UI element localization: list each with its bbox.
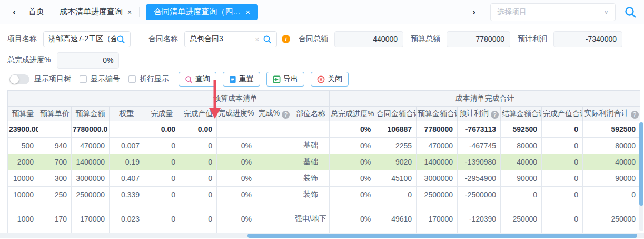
table-cell: 170000 bbox=[417, 203, 458, 235]
search-icon[interactable] bbox=[263, 35, 272, 44]
horizontal-scrollbar bbox=[0, 233, 644, 238]
show-project-tree-toggle[interactable] bbox=[9, 74, 29, 84]
tab-divider bbox=[139, 7, 140, 17]
toolbar: 显示项目树 显示编号 折行显示 查询 重置 bbox=[7, 72, 637, 87]
export-button[interactable]: 导出 bbox=[266, 72, 304, 87]
clear-icon[interactable]: × bbox=[255, 35, 259, 43]
contract-name-input[interactable]: 总包合同3 × bbox=[184, 31, 277, 47]
query-button[interactable]: 查询 bbox=[179, 72, 216, 87]
reset-button[interactable]: 重置 bbox=[223, 72, 260, 87]
table-row[interactable]: 23900.007780000.00.000.000%1068877780000… bbox=[8, 121, 640, 138]
table-cell: 强电\地下 bbox=[292, 203, 330, 235]
table-cell: 2255 bbox=[375, 138, 417, 154]
column-header: 完成%? bbox=[256, 107, 292, 121]
help-icon[interactable]: ? bbox=[631, 111, 639, 119]
tab-contract-list-progress[interactable]: 合同清单进度查询（四… × bbox=[146, 4, 258, 20]
horizontal-scrollbar-thumb[interactable] bbox=[247, 234, 637, 238]
contract-total-label: 合同总额 bbox=[299, 34, 328, 44]
table-cell: 9020 bbox=[375, 154, 417, 170]
form-row-2: 总完成进度% 0% bbox=[7, 52, 637, 69]
vertical-scrollbar-thumb[interactable] bbox=[639, 122, 643, 206]
tabs-scroll-right-icon[interactable]: › bbox=[467, 7, 481, 17]
table-cell: 250 bbox=[38, 187, 72, 203]
table-cell: 2500000 bbox=[72, 187, 110, 203]
table-cell: 0 bbox=[144, 138, 180, 154]
project-select[interactable]: 选择项目 ∨ bbox=[490, 3, 616, 21]
tab-home[interactable]: 首页 bbox=[21, 4, 52, 20]
column-header: 部位名称 bbox=[292, 107, 330, 121]
wrap-display-label: 折行显示 bbox=[140, 74, 169, 84]
toggle-knob bbox=[10, 75, 19, 84]
table-cell: 80000 bbox=[501, 138, 542, 154]
table-cell: 0.007 bbox=[110, 138, 144, 154]
table-cell: 0 bbox=[180, 187, 217, 203]
contract-total-field: 440000 bbox=[334, 31, 403, 47]
table-cell: 90000 bbox=[501, 170, 542, 187]
close-icon[interactable]: × bbox=[127, 8, 132, 16]
tabs-scroll-left-icon[interactable]: ‹ bbox=[7, 7, 21, 17]
chevron-down-icon: ∨ bbox=[603, 9, 609, 15]
table-cell: 700 bbox=[38, 154, 72, 170]
column-header: 合同金额合计 bbox=[375, 107, 417, 121]
table-cell: 基础 bbox=[292, 154, 330, 170]
tab-cost-list-progress[interactable]: 成本清单进度查询 × bbox=[52, 4, 139, 20]
contract-name-label: 合同名称 bbox=[148, 34, 178, 44]
table-row[interactable]: 5009404700000.007000%基础0%2255470000-4677… bbox=[8, 138, 640, 154]
table-cell: 940 bbox=[38, 138, 72, 154]
project-name-label: 项目名称 bbox=[7, 34, 37, 44]
table-cell: 0 bbox=[542, 154, 583, 170]
table-cell: 0% bbox=[330, 154, 375, 170]
info-icon[interactable]: i bbox=[282, 35, 290, 43]
column-header: 完成产值合计 bbox=[542, 107, 583, 121]
table-cell: 0 bbox=[180, 170, 217, 187]
table-row[interactable]: 1000030030000000.407000%装饰0%451003000000… bbox=[8, 170, 640, 187]
table-row[interactable]: 1000025025000000.339000%装饰0%02500000-250… bbox=[8, 187, 640, 203]
table-cell: -2954900 bbox=[458, 170, 501, 187]
table-cell: 106887 bbox=[375, 121, 417, 138]
group-header: 预算成本清单 bbox=[8, 91, 330, 107]
table-cell: -467745 bbox=[458, 138, 501, 154]
table-cell: 0% bbox=[217, 203, 256, 235]
table-cell: 1000 bbox=[8, 203, 38, 235]
column-header: 预计利润? bbox=[458, 107, 501, 121]
help-icon[interactable]: ? bbox=[491, 111, 499, 119]
table-cell: 0 bbox=[144, 170, 180, 187]
column-header: 实际利润合计? bbox=[583, 107, 640, 121]
table-cell: 0.407 bbox=[110, 170, 144, 187]
table-cell: 0 bbox=[180, 203, 217, 235]
table-row[interactable]: 200070014000000.19000%基础0%90201400000-13… bbox=[8, 154, 640, 170]
table-cell: 0.339 bbox=[110, 187, 144, 203]
table-cell bbox=[38, 121, 72, 138]
table-cell: 49610 bbox=[375, 203, 417, 235]
table-cell: 0% bbox=[330, 170, 375, 187]
contract-name-value: 总包合同3 bbox=[190, 34, 253, 44]
document-icon bbox=[229, 75, 236, 83]
search-icon[interactable] bbox=[116, 35, 125, 44]
table-cell: 基础 bbox=[292, 138, 330, 154]
table-cell: 7780000 bbox=[417, 121, 458, 138]
table-cell: 0 bbox=[542, 187, 583, 203]
tab-label: 合同清单进度查询（四… bbox=[154, 7, 241, 17]
table-cell: 23900.00 bbox=[8, 121, 38, 138]
column-header: 预算单价 bbox=[38, 107, 72, 121]
table-cell: 0.19 bbox=[110, 154, 144, 170]
project-name-input[interactable]: 济邹高速7-2工区（金石公 bbox=[43, 31, 131, 47]
close-button[interactable]: 关闭 bbox=[311, 72, 349, 87]
table-cell bbox=[217, 121, 256, 138]
table-cell: 3000000 bbox=[72, 170, 110, 187]
table-row[interactable]: 10001701700000.023000%强电\地下0%49610170000… bbox=[8, 203, 640, 235]
table-area: 预算成本清单成本清单完成合计预算量预算单价预算金额权重完成量完成产值完成进度%?… bbox=[7, 90, 644, 235]
global-search-icon[interactable] bbox=[624, 6, 637, 18]
help-icon[interactable]: ? bbox=[282, 111, 290, 119]
table-cell: 0 bbox=[144, 154, 180, 170]
table-cell: 2500000 bbox=[417, 187, 458, 203]
table-cell: 0 bbox=[180, 138, 217, 154]
table-cell: 0 bbox=[144, 187, 180, 203]
form-row-1: 项目名称 济邹高速7-2工区（金石公 合同名称 总包合同3 × i 合同总额 bbox=[7, 31, 637, 47]
table-cell: 装饰 bbox=[292, 187, 330, 203]
table-cell: 40000 bbox=[583, 154, 640, 170]
wrap-display-checkbox[interactable] bbox=[128, 75, 136, 83]
show-number-checkbox[interactable] bbox=[80, 75, 87, 83]
close-icon[interactable]: × bbox=[245, 8, 250, 16]
filter-form: 项目名称 济邹高速7-2工区（金石公 合同名称 总包合同3 × i 合同总额 bbox=[0, 24, 644, 87]
